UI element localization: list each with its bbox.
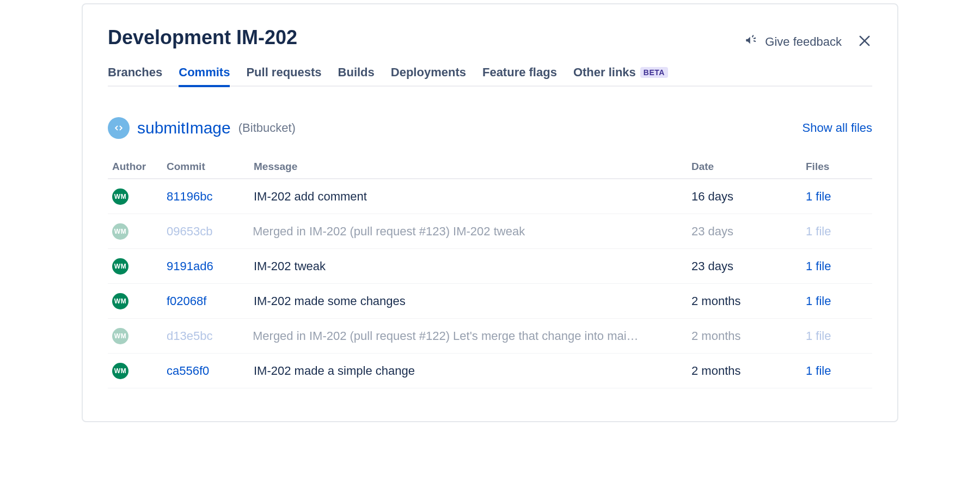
commit-message: Merged in IM-202 (pull request #123) IM-…	[254, 224, 525, 239]
commit-date: 16 days	[687, 179, 801, 214]
col-header-date: Date	[687, 155, 801, 179]
give-feedback-button[interactable]: Give feedback	[744, 33, 842, 51]
commit-message: IM-202 add comment	[254, 190, 367, 204]
tab-other-links[interactable]: Other linksBETA	[573, 62, 668, 87]
commit-hash-link[interactable]: d13e5bc	[167, 329, 212, 343]
commits-table: Author Commit Message Date Files WM81196…	[108, 155, 872, 388]
close-button[interactable]	[857, 33, 872, 51]
commit-date: 23 days	[687, 249, 801, 284]
avatar[interactable]: WM	[112, 363, 128, 379]
tab-label: Branches	[108, 65, 162, 80]
code-icon	[108, 117, 130, 139]
tabs-nav: BranchesCommitsPull requestsBuildsDeploy…	[108, 62, 872, 87]
avatar[interactable]: WM	[112, 223, 128, 240]
repo-provider: (Bitbucket)	[238, 121, 296, 135]
commit-date: 23 days	[687, 214, 801, 249]
commit-message: IM-202 made some changes	[254, 294, 406, 308]
beta-badge: BETA	[640, 67, 668, 78]
files-link[interactable]: 1 file	[806, 190, 831, 203]
files-link[interactable]: 1 file	[806, 364, 831, 378]
commit-hash-link[interactable]: 09653cb	[167, 224, 212, 238]
table-row: WMca556f0IM-202 made a simple change2 mo…	[108, 354, 872, 388]
files-link[interactable]: 1 file	[806, 294, 831, 308]
give-feedback-label: Give feedback	[765, 35, 842, 49]
table-row: WM09653cbMMerged in IM-202 (pull request…	[108, 214, 872, 249]
commit-date: 2 months	[687, 319, 801, 354]
commit-hash-link[interactable]: 81196bc	[167, 190, 212, 203]
commit-message: IM-202 made a simple change	[254, 364, 415, 378]
table-row: WMd13e5bcMMerged in IM-202 (pull request…	[108, 319, 872, 354]
tab-pull-requests[interactable]: Pull requests	[246, 62, 321, 87]
avatar[interactable]: WM	[112, 293, 128, 309]
repo-name-link[interactable]: submitImage	[137, 119, 231, 137]
tab-label: Feature flags	[482, 65, 557, 80]
tab-label: Builds	[338, 65, 375, 80]
dialog-title: Development IM-202	[108, 26, 297, 49]
tab-branches[interactable]: Branches	[108, 62, 162, 87]
commit-message: IM-202 tweak	[254, 259, 326, 273]
commit-date: 2 months	[687, 354, 801, 388]
megaphone-icon	[744, 33, 758, 51]
close-icon	[857, 33, 872, 51]
show-all-files-link[interactable]: Show all files	[803, 121, 872, 135]
col-header-author: Author	[108, 155, 162, 179]
repo-row: submitImage (Bitbucket) Show all files	[108, 117, 872, 139]
tab-label: Other links	[573, 65, 636, 80]
commit-date: 2 months	[687, 284, 801, 319]
files-link[interactable]: 1 file	[806, 329, 831, 343]
commit-hash-link[interactable]: f02068f	[167, 294, 206, 308]
dialog-header: Development IM-202 Give feedback	[108, 22, 872, 62]
files-link[interactable]: 1 file	[806, 259, 831, 273]
files-link[interactable]: 1 file	[806, 224, 831, 238]
commit-hash-link[interactable]: 9191ad6	[167, 259, 213, 273]
col-header-commit: Commit	[162, 155, 249, 179]
col-header-message: Message	[249, 155, 687, 179]
table-row: WMf02068fIM-202 made some changes2 month…	[108, 284, 872, 319]
tab-label: Commits	[179, 65, 230, 80]
tab-deployments[interactable]: Deployments	[391, 62, 466, 87]
repo-info: submitImage (Bitbucket)	[108, 117, 296, 139]
col-header-files: Files	[801, 155, 872, 179]
avatar[interactable]: WM	[112, 328, 128, 344]
table-row: WM9191ad6IM-202 tweak23 days1 file	[108, 249, 872, 284]
tab-feature-flags[interactable]: Feature flags	[482, 62, 557, 87]
development-dialog: Development IM-202 Give feedback Branche…	[82, 3, 898, 422]
table-row: WM81196bcIM-202 add comment16 days1 file	[108, 179, 872, 214]
avatar[interactable]: WM	[112, 258, 128, 275]
tab-label: Pull requests	[246, 65, 321, 80]
header-actions: Give feedback	[744, 33, 872, 51]
avatar[interactable]: WM	[112, 188, 128, 205]
tab-builds[interactable]: Builds	[338, 62, 375, 87]
commit-message: Merged in IM-202 (pull request #122) Let…	[254, 329, 639, 343]
tab-commits[interactable]: Commits	[179, 62, 230, 87]
tab-label: Deployments	[391, 65, 466, 80]
commit-hash-link[interactable]: ca556f0	[167, 364, 209, 378]
